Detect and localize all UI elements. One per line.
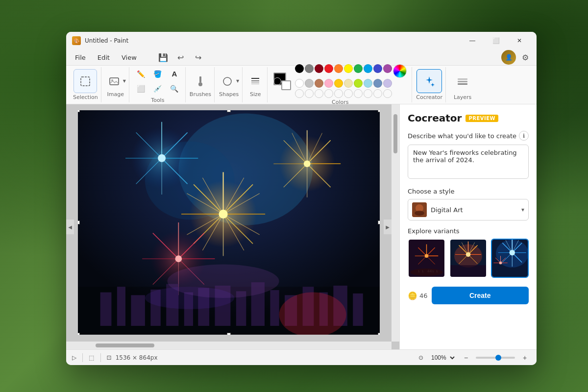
color-lightgray[interactable] — [305, 79, 314, 88]
info-button[interactable]: ℹ — [519, 131, 529, 141]
svg-point-5 — [223, 77, 231, 85]
toolbar: Selection ▼ Image ✏️ ⬜ — [66, 65, 537, 104]
scroll-right[interactable]: ▶ — [384, 220, 392, 234]
vertical-scrollbar[interactable] — [392, 104, 399, 342]
color-purple[interactable] — [383, 64, 392, 73]
variants-grid: ꒒꒒ 44꒒꒒ — [408, 239, 529, 278]
layers-button[interactable] — [450, 69, 475, 93]
shapes-arrow[interactable]: ▼ — [236, 79, 239, 83]
image-button[interactable] — [105, 73, 123, 90]
color-s10[interactable] — [383, 89, 392, 98]
color-periwinkle[interactable] — [373, 79, 382, 88]
vertical-scroll-thumb[interactable] — [393, 114, 397, 153]
close-button[interactable]: ✕ — [508, 33, 531, 49]
svg-point-4 — [198, 82, 202, 86]
color-red[interactable] — [324, 64, 333, 73]
color-s3[interactable] — [315, 89, 323, 98]
background-color[interactable] — [281, 80, 291, 90]
menu-view[interactable]: View — [117, 52, 142, 63]
prompt-input[interactable]: New Year's fireworks celebrating the arr… — [408, 145, 529, 179]
account-button[interactable]: 👤 — [501, 50, 516, 65]
variant-3[interactable] — [491, 239, 529, 278]
status-separator-2 — [100, 353, 101, 362]
redo-button[interactable]: ↪ — [191, 51, 206, 64]
shapes-button[interactable] — [219, 73, 236, 90]
minimize-button[interactable]: — — [461, 33, 484, 49]
color-gold[interactable] — [334, 79, 343, 88]
selection-label: Selection — [73, 94, 98, 100]
brushes-button[interactable] — [192, 73, 209, 90]
settings-button[interactable]: ⚙ — [518, 50, 533, 65]
svg-rect-67 — [100, 293, 112, 326]
maximize-button[interactable]: ⬜ — [485, 33, 507, 49]
zoom-select[interactable]: 100% 50% 200% 75% 150% — [427, 353, 456, 363]
eyedropper-button[interactable]: 💉 — [150, 81, 166, 96]
color-brown[interactable] — [315, 79, 323, 88]
credit-display: 🪙 46 — [408, 291, 428, 300]
zoom-slider-thumb[interactable] — [495, 355, 501, 361]
color-lightblue[interactable] — [364, 79, 372, 88]
color-darkred[interactable] — [315, 64, 323, 73]
svg-point-85 — [145, 287, 235, 309]
color-transparent[interactable] — [295, 89, 304, 98]
color-blue[interactable] — [364, 64, 372, 73]
zoom-in-button[interactable]: + — [519, 352, 531, 364]
fit-icon[interactable]: ⊙ — [418, 354, 423, 361]
color-s7[interactable] — [354, 89, 363, 98]
zoom-slider[interactable] — [476, 357, 515, 359]
color-black[interactable] — [295, 64, 304, 73]
tools-label: Tools — [151, 97, 164, 103]
image-arrow[interactable]: ▼ — [123, 79, 126, 83]
variant-1[interactable]: ꒒꒒ 44꒒꒒ — [408, 239, 445, 278]
menu-edit[interactable]: Edit — [93, 52, 115, 63]
custom-color-button[interactable] — [393, 64, 407, 78]
canvas-size-icon[interactable]: ⊡ — [107, 354, 112, 361]
color-s4[interactable] — [324, 89, 333, 98]
create-button[interactable]: Create — [432, 287, 529, 304]
svg-rect-12 — [458, 83, 467, 85]
style-name: Digital Art — [431, 206, 517, 214]
menu-file[interactable]: File — [70, 52, 91, 63]
rectangle-select-icon[interactable]: ⬚ — [89, 354, 94, 361]
color-gray[interactable] — [305, 64, 314, 73]
style-dropdown[interactable]: Digital Art ▾ — [408, 199, 529, 220]
undo-button[interactable]: ↩ — [173, 51, 189, 64]
horizontal-scrollbar[interactable] — [66, 342, 392, 349]
pencil-button[interactable]: ✏️ — [133, 67, 149, 81]
color-lavender[interactable] — [383, 79, 392, 88]
style-label: Choose a style — [408, 188, 529, 195]
zoom-out-button[interactable]: − — [460, 352, 472, 364]
eraser-button[interactable]: ⬜ — [133, 81, 149, 96]
scroll-left[interactable]: ◀ — [66, 220, 74, 234]
color-s2[interactable] — [305, 89, 314, 98]
color-s5[interactable] — [334, 89, 343, 98]
svg-rect-112 — [450, 265, 486, 277]
color-green[interactable] — [354, 64, 363, 73]
color-lime[interactable] — [354, 79, 363, 88]
color-s9[interactable] — [373, 89, 382, 98]
color-white[interactable] — [295, 79, 304, 88]
color-s8[interactable] — [364, 89, 372, 98]
svg-point-88 — [415, 211, 424, 216]
color-orange[interactable] — [334, 64, 343, 73]
selection-tool-button[interactable] — [74, 69, 97, 93]
svg-rect-1 — [110, 78, 119, 85]
svg-point-125 — [510, 250, 515, 255]
color-yellow[interactable] — [344, 64, 353, 73]
cocreator-button[interactable] — [416, 69, 442, 93]
color-pink[interactable] — [324, 79, 333, 88]
svg-rect-77 — [270, 290, 279, 326]
color-s6[interactable] — [344, 89, 353, 98]
pointer-icon[interactable]: ▷ — [72, 354, 76, 361]
dimensions-text: 1536 × 864px — [116, 354, 158, 361]
fill-button[interactable]: 🪣 — [150, 67, 166, 81]
size-button[interactable] — [246, 73, 264, 90]
save-button[interactable]: 💾 — [155, 51, 171, 64]
variants-section: Explore variants — [408, 227, 529, 278]
color-cream[interactable] — [344, 79, 353, 88]
horizontal-scroll-thumb[interactable] — [96, 343, 154, 347]
variant-2[interactable] — [449, 239, 487, 278]
zoom-tool-button[interactable]: 🔍 — [167, 81, 182, 96]
text-button[interactable]: A — [167, 67, 182, 81]
color-indigo[interactable] — [373, 64, 382, 73]
